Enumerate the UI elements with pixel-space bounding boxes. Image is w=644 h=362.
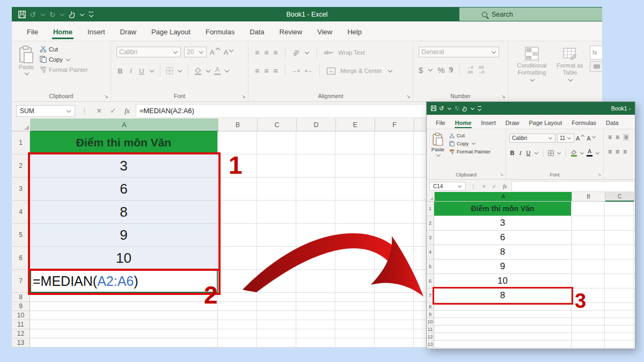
row-header[interactable]: 1 bbox=[12, 131, 30, 154]
cell-a1[interactable]: Điểm thi môn Văn bbox=[30, 131, 218, 154]
tab-page-layout[interactable]: Page Layout bbox=[144, 28, 198, 41]
underline-button[interactable]: U bbox=[138, 67, 145, 75]
increase-indent-icon[interactable]: ≡→ bbox=[305, 69, 312, 73]
cell[interactable] bbox=[634, 274, 635, 289]
format-as-table-button[interactable]: Format as Table bbox=[553, 47, 587, 82]
column-header[interactable]: A bbox=[435, 192, 572, 202]
cell[interactable] bbox=[335, 178, 375, 201]
italic-button[interactable]: I bbox=[127, 67, 135, 75]
cell[interactable] bbox=[257, 320, 296, 329]
cell[interactable] bbox=[257, 131, 296, 154]
cell[interactable] bbox=[634, 311, 635, 318]
row-header[interactable]: 5 bbox=[12, 224, 30, 247]
cell[interactable] bbox=[30, 320, 218, 329]
align-bottom-icon[interactable]: ≡ bbox=[273, 49, 277, 56]
row-header[interactable]: 12 bbox=[427, 333, 434, 341]
undo-dropdown-icon[interactable] bbox=[448, 106, 451, 109]
cell[interactable] bbox=[375, 311, 414, 320]
cell[interactable] bbox=[375, 270, 414, 293]
cell[interactable] bbox=[375, 247, 414, 270]
cell[interactable] bbox=[257, 311, 296, 320]
cell[interactable] bbox=[434, 333, 572, 341]
tab-help[interactable]: Help bbox=[340, 28, 369, 41]
align-bottom-icon[interactable]: ≡ bbox=[623, 134, 629, 141]
select-all-button[interactable] bbox=[12, 119, 31, 131]
row-header[interactable]: 4 bbox=[12, 201, 30, 224]
borders-icon[interactable] bbox=[166, 67, 173, 75]
column-header[interactable]: C bbox=[605, 192, 634, 202]
cell[interactable] bbox=[296, 270, 335, 293]
cell[interactable] bbox=[605, 260, 634, 274]
cell[interactable] bbox=[218, 224, 257, 247]
copy-button[interactable]: Copy bbox=[449, 141, 491, 146]
cell[interactable] bbox=[335, 293, 375, 302]
cell[interactable] bbox=[375, 338, 414, 348]
tab-home[interactable]: Home bbox=[46, 28, 80, 41]
font-size-select[interactable]: 11 bbox=[557, 134, 574, 143]
row-header[interactable]: 9 bbox=[12, 302, 30, 311]
cell[interactable] bbox=[605, 341, 634, 348]
align-center-icon[interactable]: ≡ bbox=[264, 67, 268, 75]
undo-icon[interactable]: ↺ bbox=[439, 106, 444, 112]
cell[interactable] bbox=[634, 326, 635, 333]
cell[interactable] bbox=[296, 329, 335, 338]
cell[interactable] bbox=[605, 274, 634, 289]
number-format-select[interactable]: General bbox=[419, 47, 499, 57]
insert-function-icon[interactable]: fx bbox=[501, 183, 508, 189]
decrease-indent-icon[interactable]: ←≡ bbox=[292, 69, 300, 73]
cell-style-normal-partial[interactable]: N bbox=[590, 46, 602, 60]
tab-data[interactable]: Data bbox=[242, 28, 272, 41]
cell[interactable] bbox=[218, 247, 257, 270]
column-header[interactable]: D bbox=[297, 119, 336, 131]
comma-style-icon[interactable]: 9 bbox=[449, 66, 453, 74]
cell[interactable] bbox=[335, 270, 375, 293]
row-header[interactable]: 3 bbox=[427, 231, 434, 245]
orientation-icon[interactable]: ab bbox=[291, 48, 300, 57]
row-header[interactable]: 11 bbox=[12, 320, 30, 329]
row-header[interactable]: 11 bbox=[427, 326, 434, 333]
cell[interactable] bbox=[572, 318, 605, 326]
bold-button[interactable]: B bbox=[116, 67, 124, 75]
cell[interactable] bbox=[257, 293, 296, 302]
cell-a7-formula[interactable]: =MEDIAN(A2:A6) bbox=[30, 270, 218, 293]
cancel-icon[interactable]: × bbox=[481, 183, 487, 189]
fill-color-icon[interactable] bbox=[570, 150, 577, 157]
align-left-icon[interactable]: ≡ bbox=[608, 149, 612, 155]
enter-icon[interactable]: ✓ bbox=[491, 183, 498, 189]
cell[interactable] bbox=[30, 311, 218, 320]
cell[interactable] bbox=[634, 245, 635, 260]
row-header[interactable]: 2 bbox=[427, 216, 434, 231]
merge-center-button[interactable]: Merge & Center bbox=[340, 68, 382, 74]
decrease-decimal-icon[interactable]: .00→0 bbox=[478, 65, 484, 75]
tab-page-layout[interactable]: Page Layout bbox=[524, 120, 567, 129]
font-color-icon[interactable]: A bbox=[587, 149, 592, 157]
row-header[interactable]: 13 bbox=[12, 338, 30, 348]
cell[interactable] bbox=[335, 329, 375, 338]
cell[interactable] bbox=[30, 293, 218, 302]
cell[interactable] bbox=[335, 224, 375, 247]
decrease-font-icon[interactable]: A bbox=[224, 48, 235, 56]
cell[interactable] bbox=[634, 260, 635, 274]
increase-font-icon[interactable]: A bbox=[576, 135, 585, 142]
row-header[interactable]: 1 bbox=[427, 202, 434, 216]
cell-a2[interactable]: 3 bbox=[30, 154, 218, 178]
column-header[interactable]: F bbox=[375, 119, 414, 131]
cell[interactable] bbox=[218, 201, 257, 224]
row-header[interactable]: 10 bbox=[427, 318, 434, 326]
tab-file[interactable]: File bbox=[19, 28, 46, 41]
cell[interactable] bbox=[218, 311, 257, 320]
tab-home[interactable]: Home bbox=[450, 120, 477, 129]
tab-draw[interactable]: Draw bbox=[113, 28, 144, 41]
tab-file[interactable]: File bbox=[431, 120, 450, 129]
dialog-launcher-icon[interactable]: ↘ bbox=[104, 94, 108, 99]
insert-function-icon[interactable]: fx bbox=[122, 107, 132, 115]
paste-button[interactable]: Paste bbox=[429, 132, 447, 158]
cell[interactable] bbox=[605, 289, 634, 303]
row-header[interactable]: 8 bbox=[427, 303, 434, 311]
cell[interactable] bbox=[257, 302, 296, 311]
cell-a3[interactable]: 6 bbox=[434, 231, 572, 245]
cell-a6[interactable]: 10 bbox=[30, 247, 218, 270]
cell[interactable] bbox=[218, 329, 257, 338]
dialog-launcher-icon[interactable]: ↘ bbox=[241, 94, 246, 99]
cell[interactable] bbox=[634, 216, 635, 231]
